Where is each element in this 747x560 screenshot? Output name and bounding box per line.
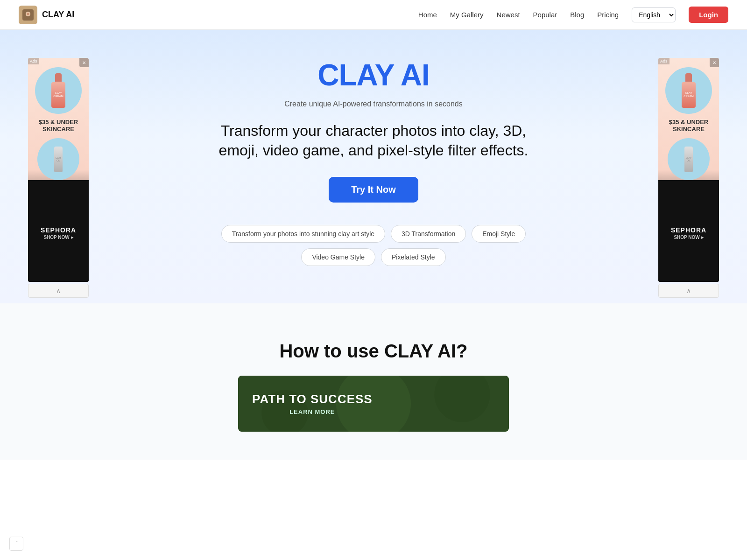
ad-price-right: $35 & UNDER SKINCARE xyxy=(658,114,719,134)
bottom-ad-content: PATH To SUCCESS LEARN MORE xyxy=(252,392,373,415)
nav-newest[interactable]: Newest xyxy=(497,11,520,19)
ad-shop-right: SHOP NOW ▸ xyxy=(674,235,703,240)
hero-content: CLAY AI Create unique AI-powered transfo… xyxy=(201,58,546,266)
bottom-ad-learn-more: LEARN MORE xyxy=(252,408,373,415)
ad-shop-left: SHOP NOW ▸ xyxy=(43,235,73,240)
ad-price-left: $35 & UNDER SKINCARE xyxy=(28,114,89,134)
ad-chevron-left[interactable]: ∧ xyxy=(28,284,89,298)
ad-circle-top-left: CLAYCREAM xyxy=(35,67,82,114)
bottom-ad-banner[interactable]: PATH To SUCCESS LEARN MORE xyxy=(238,376,509,432)
ad-bottle-top-left: CLAYCREAM xyxy=(50,73,67,108)
pill-clay[interactable]: Transform your photos into stunning clay… xyxy=(221,225,385,243)
hero-subtitle: Create unique AI-powered transformations… xyxy=(210,100,537,108)
navbar-brand: CLAY AI xyxy=(19,6,74,24)
pill-pixel[interactable]: Pixelated Style xyxy=(381,248,446,266)
ad-circle-bottom-right: CLAYOIL xyxy=(668,138,710,180)
ad-panel-right: Ads ✕ CLAYCREAM $35 & UNDER SKINCARE CLA… xyxy=(658,58,719,298)
ad-close-left[interactable]: ✕ xyxy=(79,58,89,67)
ad-content-left: Ads ✕ CLAYCREAM $35 & UNDER SKINCARE CLA… xyxy=(28,58,89,282)
ad-close-right[interactable]: ✕ xyxy=(710,58,719,67)
ad-sephora-right: SEPHORA SHOP NOW ▸ xyxy=(658,180,719,282)
scroll-down-chevron[interactable]: ˅ xyxy=(9,537,23,551)
pill-videogame[interactable]: Video Game Style xyxy=(301,248,375,266)
ad-badge-left: Ads xyxy=(28,58,39,64)
navbar-links: Home My Gallery Newest Popular Blog Pric… xyxy=(418,7,728,23)
how-to-use-title: How to use CLAY AI? xyxy=(19,341,728,362)
navbar: CLAY AI Home My Gallery Newest Popular B… xyxy=(0,0,747,30)
ad-panel-left: Ads ✕ CLAYCREAM $35 & UNDER SKINCARE CLA… xyxy=(28,58,89,298)
ad-bottle-top-right: CLAYCREAM xyxy=(680,73,697,108)
ad-circle-top-right: CLAYCREAM xyxy=(665,67,712,114)
ad-content-right: Ads ✕ CLAYCREAM $35 & UNDER SKINCARE CLA… xyxy=(658,58,719,282)
language-selector[interactable]: English Spanish French German Chinese xyxy=(632,7,676,22)
try-it-now-button[interactable]: Try It Now xyxy=(329,177,418,203)
ad-circle-bottom-left: CLAYOIL xyxy=(37,138,79,180)
logo-icon xyxy=(19,6,37,24)
how-to-use-section: How to use CLAY AI? PATH To SUCCESS LEAR… xyxy=(0,303,747,460)
ad-sephora-left: SEPHORA SHOP NOW ▸ xyxy=(28,180,89,282)
hero-section: Ads ✕ CLAYCREAM $35 & UNDER SKINCARE CLA… xyxy=(0,30,747,303)
pill-emoji[interactable]: Emoji Style xyxy=(472,225,526,243)
nav-pricing[interactable]: Pricing xyxy=(597,11,619,19)
bottom-ad-title: PATH To SUCCESS xyxy=(252,392,373,406)
logo-text: CLAY AI xyxy=(42,10,74,20)
nav-popular[interactable]: Popular xyxy=(533,11,557,19)
nav-home[interactable]: Home xyxy=(418,11,437,19)
svg-point-2 xyxy=(27,13,29,15)
nav-gallery[interactable]: My Gallery xyxy=(450,11,484,19)
ad-chevron-right[interactable]: ∧ xyxy=(658,284,719,298)
hero-description: Transform your character photos into cla… xyxy=(210,121,537,160)
nav-blog[interactable]: Blog xyxy=(570,11,584,19)
pill-3d[interactable]: 3D Transformation xyxy=(391,225,466,243)
style-pills-container: Transform your photos into stunning clay… xyxy=(210,225,537,266)
ad-badge-right: Ads xyxy=(658,58,669,64)
hero-title: CLAY AI xyxy=(210,58,537,92)
login-button[interactable]: Login xyxy=(689,7,728,23)
